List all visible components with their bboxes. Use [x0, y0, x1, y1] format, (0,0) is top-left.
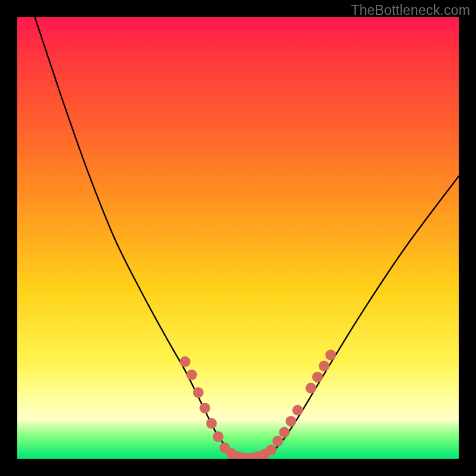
curve-marker: [226, 448, 237, 459]
curve-marker: [305, 383, 316, 393]
curve-marker: [220, 443, 230, 453]
curve-marker: [325, 350, 336, 361]
curve-marker: [246, 453, 256, 459]
bottleneck-curve: [17, 17, 459, 459]
curve-marker: [266, 444, 277, 455]
curve-marker: [286, 416, 296, 427]
curve-marker: [292, 405, 303, 415]
curve-marker: [259, 449, 270, 459]
curve-marker: [180, 356, 190, 367]
curve-marker: [319, 361, 330, 371]
curve-marker: [193, 387, 203, 398]
curve-marker: [252, 451, 263, 459]
chart-plot-area: [17, 17, 459, 459]
curve-marker: [233, 451, 243, 459]
watermark-text: TheBottleneck.com: [351, 2, 470, 18]
curve-marker: [199, 403, 210, 414]
curve-marker: [312, 372, 323, 383]
curve-marker: [279, 427, 290, 438]
curve-marker: [186, 369, 197, 380]
curve-marker: [273, 436, 283, 446]
curve-marker: [206, 418, 217, 429]
curve-marker: [239, 453, 250, 459]
curve-marker: [213, 431, 224, 442]
